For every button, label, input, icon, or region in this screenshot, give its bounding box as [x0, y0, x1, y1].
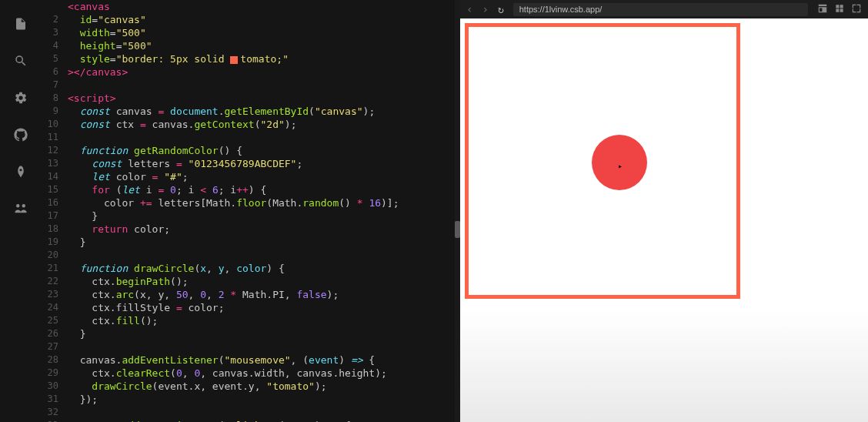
reload-icon[interactable]: ↻: [498, 4, 504, 15]
code-content: }: [68, 327, 455, 340]
code-content: let color = "#";: [68, 170, 455, 183]
code-line[interactable]: 28 canvas.addEventListener("mousemove", …: [42, 353, 455, 367]
color-swatch: [230, 56, 238, 64]
code-content: const ctx = canvas.getContext("2d");: [68, 118, 455, 131]
file-icon[interactable]: [12, 15, 29, 32]
code-content: const canvas = document.getElementById("…: [68, 105, 455, 118]
live-icon[interactable]: [12, 200, 29, 217]
line-number: 13: [42, 157, 68, 170]
code-content: ctx.fill();: [68, 314, 455, 327]
line-number: 5: [42, 52, 68, 65]
code-line[interactable]: 18 return color;: [42, 223, 455, 236]
code-line[interactable]: 19 }: [42, 236, 455, 249]
canvas-element[interactable]: ▸: [465, 23, 740, 299]
line-number: 2: [42, 13, 68, 26]
code-line[interactable]: 17 }: [42, 209, 455, 223]
gear-icon[interactable]: [12, 89, 29, 106]
code-line[interactable]: 16 color += letters[Math.floor(Math.rand…: [42, 196, 455, 209]
code-line[interactable]: 9 const canvas = document.getElementById…: [42, 105, 455, 118]
line-number: 10: [42, 118, 68, 131]
code-content: ></canvas>: [68, 65, 455, 79]
code-line[interactable]: 4 height="500": [42, 39, 455, 52]
pane-divider[interactable]: [455, 0, 460, 422]
line-number: 9: [42, 105, 68, 118]
line-number: 6: [42, 65, 68, 79]
code-line[interactable]: 24 ctx.fillStyle = color;: [42, 301, 455, 314]
code-content: ctx.clearRect(0, 0, canvas.width, canvas…: [68, 367, 455, 380]
code-content: height="500": [68, 39, 455, 52]
code-line[interactable]: 12 function getRandomColor() {: [42, 144, 455, 157]
code-line[interactable]: 22 ctx.beginPath();: [42, 275, 455, 288]
nav-forward-icon[interactable]: ›: [482, 3, 488, 15]
line-number: 22: [42, 275, 68, 288]
code-content: function drawCircle(x, y, color) {: [68, 262, 455, 275]
code-content: ctx.beginPath();: [68, 275, 455, 288]
divider-handle[interactable]: [455, 221, 460, 238]
line-number: 18: [42, 223, 68, 236]
code-line[interactable]: 21 function drawCircle(x, y, color) {: [42, 262, 455, 275]
code-line[interactable]: 10 const ctx = canvas.getContext("2d");: [42, 118, 455, 131]
preview-pane: ‹ › ↻ https://1lvinw.csb.app/ ▸: [460, 0, 868, 422]
code-line[interactable]: 25 ctx.fill();: [42, 314, 455, 327]
code-line[interactable]: 11: [42, 131, 455, 144]
code-line[interactable]: 20: [42, 249, 455, 262]
line-number: 24: [42, 301, 68, 314]
line-number: 21: [42, 262, 68, 275]
nav-back-icon[interactable]: ‹: [466, 3, 472, 15]
code-content: width="500": [68, 26, 455, 39]
open-window-icon[interactable]: [817, 3, 828, 16]
search-icon[interactable]: [12, 52, 29, 69]
code-line[interactable]: 27: [42, 340, 455, 353]
code-content: }: [68, 236, 455, 249]
preview-viewport[interactable]: ▸: [460, 18, 868, 422]
code-line[interactable]: 29 ctx.clearRect(0, 0, canvas.width, can…: [42, 367, 455, 380]
line-number: 20: [42, 249, 68, 262]
deploy-icon[interactable]: [12, 163, 29, 180]
code-line[interactable]: 8<script>: [42, 92, 455, 105]
code-content: return color;: [68, 223, 455, 236]
line-number: 27: [42, 340, 68, 353]
code-content: style="border: 5px solid tomato;": [68, 52, 455, 65]
code-line[interactable]: 26 }: [42, 327, 455, 340]
code-line[interactable]: 23 ctx.arc(x, y, 50, 0, 2 * Math.PI, fal…: [42, 288, 455, 301]
code-content: drawCircle(event.x, event.y, "tomato");: [68, 380, 455, 393]
github-icon[interactable]: [12, 126, 29, 143]
line-number: 4: [42, 39, 68, 52]
code-line[interactable]: 5 style="border: 5px solid tomato;": [42, 52, 455, 65]
activity-bar: [0, 0, 42, 422]
code-line[interactable]: 32: [42, 406, 455, 419]
code-line[interactable]: 6></canvas>: [42, 65, 455, 79]
code-content: for (let i = 0; i < 6; i++) {: [68, 183, 455, 196]
code-line[interactable]: <canvas: [42, 0, 455, 13]
line-number: 7: [42, 79, 68, 92]
code-content: const letters = "0123456789ABCDEF";: [68, 157, 455, 170]
code-content: ctx.arc(x, y, 50, 0, 2 * Math.PI, false)…: [68, 288, 455, 301]
line-number: 12: [42, 144, 68, 157]
expand-icon[interactable]: [851, 3, 862, 16]
code-line[interactable]: 13 const letters = "0123456789ABCDEF";: [42, 157, 455, 170]
code-line[interactable]: 14 let color = "#";: [42, 170, 455, 183]
code-line[interactable]: 33 canvas.addEventListener("click", (eve…: [42, 419, 455, 422]
line-number: 28: [42, 353, 68, 367]
browser-bar: ‹ › ↻ https://1lvinw.csb.app/: [460, 0, 868, 18]
code-content: });: [68, 393, 455, 406]
code-line[interactable]: 7: [42, 79, 455, 92]
code-content: <script>: [68, 92, 455, 105]
url-bar[interactable]: https://1lvinw.csb.app/: [513, 3, 808, 16]
line-number: 25: [42, 314, 68, 327]
code-content: ctx.fillStyle = color;: [68, 301, 455, 314]
code-line[interactable]: 30 drawCircle(event.x, event.y, "tomato"…: [42, 380, 455, 393]
code-content: }: [68, 209, 455, 223]
code-line[interactable]: 15 for (let i = 0; i < 6; i++) {: [42, 183, 455, 196]
cursor-icon: ▸: [618, 162, 623, 170]
line-number: 26: [42, 327, 68, 340]
code-line[interactable]: 31 });: [42, 393, 455, 406]
line-number: 8: [42, 92, 68, 105]
new-tab-icon[interactable]: [834, 3, 845, 16]
code-content: id="canvas": [68, 13, 455, 26]
code-line[interactable]: 2 id="canvas": [42, 13, 455, 26]
line-number: 30: [42, 380, 68, 393]
code-line[interactable]: 3 width="500": [42, 26, 455, 39]
line-number: 19: [42, 236, 68, 249]
code-editor[interactable]: <canvas2 id="canvas"3 width="500"4 heigh…: [42, 0, 455, 422]
